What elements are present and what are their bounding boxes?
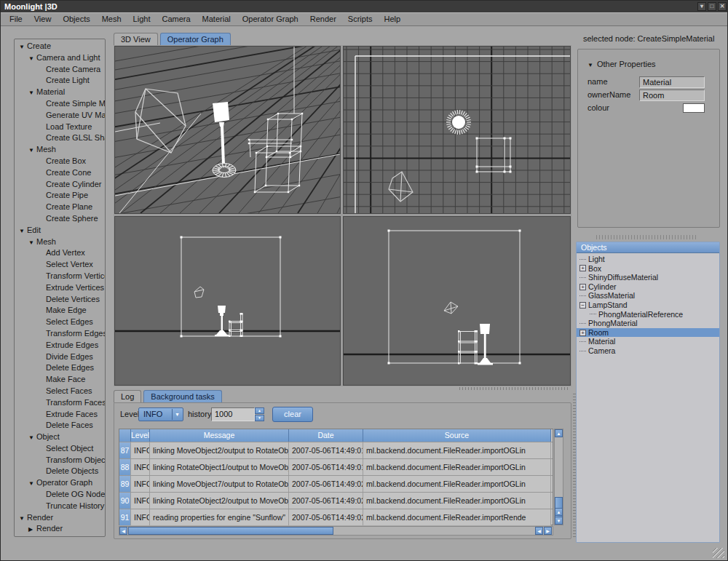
menu-light[interactable]: Light (127, 13, 157, 25)
tab-3d-view[interactable]: 3D View (114, 33, 158, 45)
tree-item-material[interactable]: ▼Material (15, 87, 105, 98)
tree-item-extrude-edges[interactable]: Extrude Edges (15, 340, 105, 351)
table-row[interactable]: 88INFOlinking RotateObject1/output to Mo… (119, 458, 553, 475)
tree-item-mesh[interactable]: ▼Mesh (15, 236, 105, 248)
horizontal-scroll-thumb[interactable] (128, 527, 333, 535)
column-header-level[interactable]: Level (131, 429, 150, 442)
titlebar[interactable]: Moonlight |3D ▾□✕ (1, 1, 728, 12)
scroll-up-icon[interactable]: ▲ (555, 429, 563, 437)
tree-item-select-edges[interactable]: Select Edges (15, 317, 105, 328)
tree-item-create-box[interactable]: Create Box (15, 156, 105, 167)
tree-item-make-face[interactable]: Make Face (15, 374, 105, 386)
tree-item-render[interactable]: ▶Render (15, 523, 105, 535)
tree-item-create-light[interactable]: Create Light (15, 75, 105, 87)
tree-item-extrude-vertices[interactable]: Extrude Vertices (15, 282, 105, 294)
menu-scripts[interactable]: Scripts (342, 13, 379, 25)
objects-item-lampstand[interactable]: −LampStand (577, 301, 719, 310)
shade-button[interactable]: ▾ (697, 2, 706, 11)
tree-item-transform-object[interactable]: Transform Object (15, 455, 105, 466)
tree-item-select-faces[interactable]: Select Faces (15, 386, 105, 397)
tree-item-delete-og-node[interactable]: Delete OG Node (15, 489, 105, 501)
tree-item-truncate-history[interactable]: Truncate History (15, 501, 105, 512)
expand-plus-icon[interactable]: + (579, 330, 586, 336)
tree-item-extrude-faces[interactable]: Extrude Faces (15, 409, 105, 421)
viewport-front[interactable] (114, 216, 341, 386)
tree-item-render[interactable]: ▼Render (15, 512, 105, 524)
tree-item-divide-edges[interactable]: Divide Edges (15, 351, 105, 363)
objects-item-room[interactable]: +Room (577, 328, 719, 338)
tree-item-transform-faces[interactable]: Transform Faces (15, 397, 105, 409)
objects-item-cylinder[interactable]: +Cylinder (577, 282, 719, 292)
menu-material[interactable]: Material (197, 13, 237, 25)
tree-item-create-simple-material[interactable]: Create Simple Material (15, 98, 105, 110)
tab-operator-graph[interactable]: Operator Graph (160, 33, 231, 45)
menu-objects[interactable]: Objects (57, 13, 95, 25)
level-dropdown[interactable]: INFO ▼ (138, 407, 183, 421)
tree-item-transform-vertices[interactable]: Transform Vertices (15, 271, 105, 282)
maximize-button[interactable]: □ (708, 2, 716, 11)
resize-grip[interactable] (713, 548, 724, 558)
menu-operator-graph[interactable]: Operator Graph (237, 13, 304, 25)
tree-item-load-texture[interactable]: Load Texture (15, 122, 105, 133)
scroll-down-icon[interactable]: ▼ (555, 517, 563, 525)
tree-item-select-vertex[interactable]: Select Vertex (15, 259, 105, 271)
tree-item-create-sphere[interactable]: Create Sphere (15, 213, 105, 225)
tree-item-delete-vertices[interactable]: Delete Vertices (15, 294, 105, 306)
tree-item-operator-graph[interactable]: ▼Operator Graph (15, 477, 105, 489)
tree-item-create-glsl-shader[interactable]: Create GLSL Shader (15, 132, 105, 144)
column-header-message[interactable]: Message (150, 429, 289, 442)
objects-item-shinydiffusematerial[interactable]: ShinyDiffuseMaterial (577, 273, 719, 282)
tree-item-make-edge[interactable]: Make Edge (15, 305, 105, 317)
tree-item-generate-uv-map[interactable]: Generate UV Map (15, 110, 105, 122)
tree-item-select-object[interactable]: Select Object (15, 443, 105, 455)
scroll-up2-icon[interactable]: ▲ (555, 508, 563, 516)
menu-render[interactable]: Render (304, 13, 342, 25)
collapse-minus-icon[interactable]: − (579, 302, 586, 309)
section-header[interactable]: ▼Other Properties (587, 60, 656, 68)
objects-item-phongmaterial[interactable]: PhongMaterial (577, 319, 719, 328)
objects-item-box[interactable]: +Box (577, 264, 719, 274)
objects-item-glassmaterial[interactable]: GlassMaterial (577, 291, 719, 301)
tree-item-mesh[interactable]: ▼Mesh (15, 144, 105, 156)
name-field[interactable]: Material (639, 76, 705, 88)
table-vertical-scrollbar[interactable]: ▲ ▲ ▼ (554, 429, 563, 525)
history-input[interactable]: 1000 (211, 407, 255, 421)
tree-item-create-cone[interactable]: Create Cone (15, 167, 105, 179)
tree-item-edit[interactable]: ▼Edit (15, 225, 105, 236)
expand-plus-icon[interactable]: + (579, 265, 586, 271)
objects-item-camera[interactable]: Camera (577, 346, 719, 356)
objects-item-light[interactable]: Light (577, 255, 719, 264)
menu-file[interactable]: File (4, 13, 28, 25)
column-header-source[interactable]: Source (363, 429, 551, 442)
expand-plus-icon[interactable]: + (579, 284, 586, 290)
table-row[interactable]: 90INFOlinking RotateObject2/output to Mo… (119, 492, 553, 509)
tree-item-add-vertex[interactable]: Add Vertex (15, 247, 105, 259)
table-row[interactable]: 91INFOreading properties for engine "Sun… (119, 509, 553, 525)
tree-item-create-camera[interactable]: Create Camera (15, 64, 105, 76)
objects-item-material[interactable]: Material (577, 337, 719, 346)
ownername-field[interactable]: Room (639, 89, 705, 101)
table-row[interactable]: 87INFOlinking MoveObject2/output to Rota… (119, 442, 553, 458)
tree-item-object[interactable]: ▼Object (15, 431, 105, 443)
tree-item-delete-objects[interactable]: Delete Objects (15, 466, 105, 477)
colour-swatch[interactable] (683, 103, 705, 113)
close-button[interactable]: ✕ (718, 2, 727, 11)
menu-camera[interactable]: Camera (156, 13, 196, 25)
spinner-down-icon[interactable]: ▼ (255, 415, 264, 421)
tree-item-create-cylinder[interactable]: Create Cylinder (15, 179, 105, 191)
column-header-row-number[interactable] (119, 429, 131, 442)
splitter-handle-log[interactable] (459, 387, 569, 390)
table-horizontal-scrollbar[interactable]: ◀ ◀ ▶ (119, 526, 553, 536)
tree-item-transform-edges[interactable]: Transform Edges (15, 328, 105, 340)
viewport-side[interactable] (343, 216, 571, 386)
column-header-date[interactable]: Date (289, 429, 363, 442)
tree-item-create-plane[interactable]: Create Plane (15, 202, 105, 213)
tree-item-delete-edges[interactable]: Delete Edges (15, 362, 105, 374)
viewport-top[interactable] (343, 46, 571, 214)
menu-mesh[interactable]: Mesh (96, 13, 127, 25)
scroll-right-icon[interactable]: ▶ (544, 527, 552, 535)
tree-item-create-pipe[interactable]: Create Pipe (15, 190, 105, 202)
scroll-left-icon[interactable]: ◀ (119, 527, 127, 535)
table-row[interactable]: 89INFOlinking MoveObject7/output to Rota… (119, 475, 553, 492)
tree-item-camera-and-light[interactable]: ▼Camera and Light (15, 52, 105, 64)
